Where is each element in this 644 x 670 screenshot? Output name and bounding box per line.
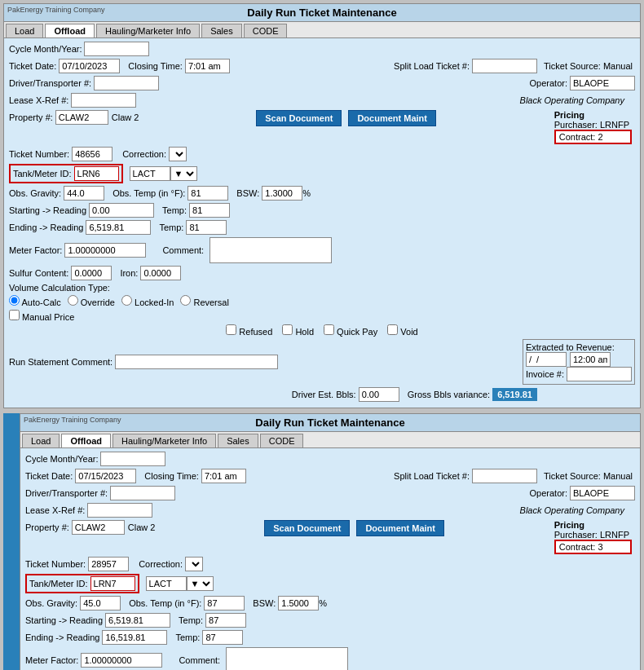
ticket-date-input1[interactable]: 07/10/2023 [59,59,120,73]
run-statement-label1: Run Statement Comment: [9,357,112,367]
cycle-input2[interactable] [100,452,165,466]
scan-doc-btn1[interactable]: Scan Document [256,110,342,126]
driver-est-input1[interactable]: 0.00 [359,387,399,402]
tank-type-select1[interactable]: ▼ [170,166,197,181]
doc-maint-btn1[interactable]: Document Maint [348,110,436,126]
cycle-label2: Cycle Month/Year: [25,454,98,464]
invoice-input1[interactable] [567,367,632,381]
correction-select2[interactable] [185,557,203,571]
driver-input2[interactable] [110,486,175,500]
tab-sales2[interactable]: Sales [218,434,258,447]
tank-meter-input2[interactable]: LRN7 [90,576,135,591]
ending-input1[interactable]: 6,519.81 [86,220,151,235]
tab-load1[interactable]: Load [6,24,43,37]
ticket-num-input1[interactable]: 48656 [72,147,112,161]
tab-hauling1[interactable]: Hauling/Marketer Info [96,24,200,37]
comment-label2: Comment: [179,655,220,665]
split-load-input1[interactable] [472,59,537,73]
ending-label1: Ending -> Reading [9,223,83,232]
temp-label1b: Temp: [159,223,183,232]
temp-input1a[interactable]: 81 [189,203,230,218]
bsw-pct1: % [302,188,311,198]
pricing-section1: Pricing Purchaser: LRNFP Contract: 2 [554,110,632,144]
ticket-num-label1: Ticket Number: [9,149,69,159]
ticket-num-label2: Ticket Number: [25,559,86,569]
iron-label1: Iron: [120,268,138,278]
doc-maint-btn2[interactable]: Document Maint [356,520,444,536]
contract-label1: Contract: [559,132,596,142]
lease-input2[interactable] [87,503,152,518]
bsw-input2[interactable]: 1.5000 [278,596,319,610]
split-load-input2[interactable] [472,469,537,483]
iron-input1[interactable]: 0.0000 [140,266,181,280]
tab-offload1[interactable]: Offload [45,24,95,37]
quick-pay-check1[interactable]: Quick Pay [324,324,377,337]
closing-time-input2[interactable]: 7:01 am [201,469,246,483]
gross-bbls-var-value1: 6,519.81 [492,388,537,401]
property-name1: Claw 2 [112,112,139,122]
property-input2[interactable]: CLAW2 [72,520,125,535]
pricing-label1: Pricing [554,110,632,120]
operator-input1[interactable]: BLAOPE [570,76,635,90]
closing-time-input1[interactable]: 7:01 am [185,59,230,73]
tab-offload2[interactable]: Offload [61,434,111,447]
tank-meter-row2: Tank/Meter ID: LRN7 [25,574,139,593]
obs-gravity-input2[interactable]: 45.0 [80,596,121,610]
extracted-section1: Extracted to Revenue: / / 12:00 am Invoi… [523,339,635,385]
purchaser-label1: Purchaser: [554,120,598,130]
contract-box2: Contract: 3 [554,540,632,554]
starting-input2[interactable]: 6,519.81 [105,613,170,628]
extracted-time-input1[interactable]: 12:00 am [570,352,611,367]
scan-doc-btn2[interactable]: Scan Document [264,520,350,536]
meter-factor-input2[interactable]: 1.00000000 [81,653,162,668]
tab-load2[interactable]: Load [22,434,60,447]
temp-input2b[interactable]: 87 [202,630,243,645]
bsw-input1[interactable]: 1.3000 [262,186,302,201]
tank-type-input1[interactable]: LACT [130,166,170,181]
tab-code2[interactable]: CODE [260,434,304,447]
radio-auto1[interactable]: Auto-Calc [9,295,61,307]
radio-reversal1[interactable]: Reversal [180,295,228,307]
tab-sales1[interactable]: Sales [201,24,242,37]
starting-label1: Starting -> Reading [9,205,86,215]
tab-code1[interactable]: CODE [244,24,288,37]
tank-meter-input1[interactable]: LRN6 [74,166,119,181]
ticket-num-input2[interactable]: 28957 [88,557,129,571]
driver-input1[interactable] [94,76,159,90]
comment-textarea2[interactable] [226,647,348,670]
temp-input1b[interactable]: 81 [186,220,227,235]
temp-label2b: Temp: [175,633,200,642]
void-check1[interactable]: Void [387,324,417,337]
obs-gravity-input1[interactable]: 44.0 [64,186,104,201]
obs-temp-input1[interactable]: 81 [187,186,228,201]
extracted-date-input1[interactable]: / / [526,352,567,367]
starting-input1[interactable]: 0.00 [89,203,154,218]
radio-locked1[interactable]: Locked-In [121,295,174,307]
split-load-label2: Split Load Ticket #: [394,471,470,481]
refused-check1[interactable]: Refused [226,324,272,337]
obs-temp-label2: Obs. Temp (in °F): [129,598,201,608]
obs-temp-input2[interactable]: 87 [204,596,245,610]
lease-input1[interactable] [71,93,136,108]
radio-override1[interactable]: Override [68,295,115,307]
temp-input2a[interactable]: 87 [205,613,246,628]
run-statement-input1[interactable] [115,355,278,369]
comment-textarea1[interactable] [210,237,332,263]
hold-check1[interactable]: Hold [282,324,314,337]
cycle-input1[interactable] [84,42,149,56]
correction-select1[interactable] [169,147,187,161]
contract-label2: Contract: [559,542,596,552]
meter-factor-input1[interactable]: 1.00000000 [64,243,146,258]
ticket-date-input2[interactable]: 07/15/2023 [75,469,136,483]
tank-type-select2[interactable]: ▼ [187,576,214,591]
ending-input2[interactable]: 16,519.81 [102,630,167,645]
sulfur-input1[interactable]: 0.0000 [71,266,112,280]
manual-price-check1[interactable]: Manual Price [9,310,74,322]
tab-hauling2[interactable]: Hauling/Marketer Info [112,434,216,447]
property-input1[interactable]: CLAW2 [55,110,108,125]
operator-input2[interactable]: BLAOPE [570,486,635,500]
bsw-label1: BSW: [236,188,259,198]
correction-label1: Correction: [122,149,166,159]
tank-type-input2[interactable]: LACT [146,576,187,591]
black-operating-label2: Black Operating Company [520,505,624,515]
